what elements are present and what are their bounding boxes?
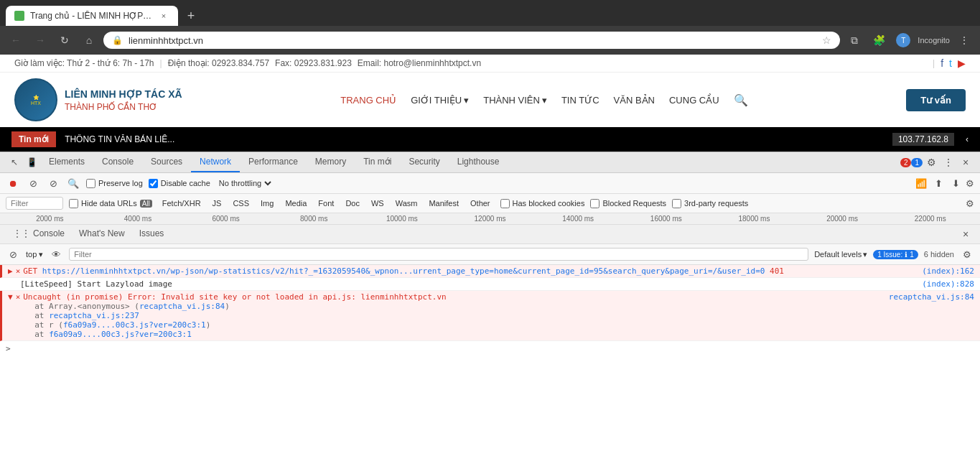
- filter-css[interactable]: CSS: [228, 198, 253, 209]
- social-youtube-icon[interactable]: ▶: [958, 57, 966, 69]
- clear-button[interactable]: ⊘: [26, 176, 40, 190]
- tab-console[interactable]: Console: [93, 152, 142, 172]
- error-link-1[interactable]: https://lienminhhtxtpct.vn/wp-json/wp-st…: [42, 266, 765, 276]
- nav-gioi-thieu[interactable]: GIỚI THIỆU ▾: [411, 92, 469, 108]
- has-blocked-cookies-label[interactable]: Has blocked cookies: [500, 199, 585, 208]
- tab-lighthouse[interactable]: Lighthouse: [449, 152, 508, 172]
- tab-security[interactable]: Security: [400, 152, 448, 172]
- active-tab[interactable]: Trang chủ - LIÊN MINH HỢP TÁ... ×: [6, 6, 178, 26]
- tab-close-icon[interactable]: ×: [158, 10, 169, 22]
- devtools-cursor-icon[interactable]: ↖: [6, 154, 23, 171]
- preserve-log-label[interactable]: Preserve log: [86, 179, 143, 188]
- context-selector[interactable]: top ▾: [26, 250, 43, 259]
- devtools-close-button[interactable]: ×: [957, 154, 974, 171]
- reload-button[interactable]: ↻: [55, 30, 75, 50]
- tab-elements[interactable]: Elements: [40, 152, 93, 172]
- forward-button[interactable]: →: [30, 30, 50, 50]
- error-location-1[interactable]: (index):162: [916, 266, 974, 276]
- console-tab-issues[interactable]: Issues: [132, 225, 172, 243]
- filter-img[interactable]: Img: [256, 198, 278, 209]
- error-expand-icon-1[interactable]: ▶: [8, 266, 13, 276]
- console-settings-button[interactable]: ⚙: [960, 247, 974, 261]
- tab-application[interactable]: Tin mới: [355, 152, 400, 172]
- extensions-button[interactable]: ⧉: [844, 30, 864, 50]
- console-tab-whatsnew[interactable]: What's New: [72, 225, 132, 243]
- stack-link-3[interactable]: f6a09a9....00c3.js?ver=200c3:1: [63, 320, 206, 330]
- nav-van-ban[interactable]: VĂN BẢN: [614, 92, 655, 108]
- new-tab-button[interactable]: +: [181, 6, 201, 26]
- devtools-settings-button[interactable]: ⚙: [923, 154, 940, 171]
- disable-cache-checkbox[interactable]: [149, 179, 158, 188]
- console-tab-messages[interactable]: ⋮⋮ Console: [6, 225, 72, 243]
- tab-network[interactable]: Network: [191, 152, 240, 172]
- third-party-label[interactable]: 3rd-party requests: [672, 199, 748, 208]
- filter-manifest[interactable]: Manifest: [424, 198, 463, 209]
- blocked-requests-label[interactable]: Blocked Requests: [590, 199, 666, 208]
- cta-button[interactable]: Tư vấn: [906, 89, 966, 111]
- issue-info-icon: ℹ: [905, 251, 907, 259]
- extensions2-button[interactable]: 🧩: [869, 30, 889, 50]
- filter-doc[interactable]: Doc: [341, 198, 364, 209]
- default-levels-selector[interactable]: Default levels ▾: [814, 250, 867, 259]
- issue-badge[interactable]: 1 Issue: ℹ 1: [873, 250, 918, 259]
- preserve-log-checkbox[interactable]: [86, 179, 95, 188]
- record-button[interactable]: ⏺: [6, 176, 20, 190]
- hide-data-urls-checkbox[interactable]: [69, 199, 78, 208]
- filter-font[interactable]: Font: [314, 198, 338, 209]
- network-settings-button[interactable]: ⚙: [966, 178, 974, 189]
- nav-trang-chu[interactable]: TRANG CHỦ: [340, 92, 396, 108]
- filter-other[interactable]: Other: [466, 198, 495, 209]
- browser-menu-button[interactable]: ⋮: [954, 30, 974, 50]
- devtools-more-button[interactable]: ⋮: [940, 154, 957, 171]
- blocked-requests-checkbox[interactable]: [590, 199, 599, 208]
- stack-link-2[interactable]: recaptcha_vi.js:237: [49, 311, 139, 320]
- nav-tin-tuc[interactable]: TIN TỨC: [561, 92, 599, 108]
- home-button[interactable]: ⌂: [79, 30, 99, 50]
- disable-cache-label[interactable]: Disable cache: [149, 179, 210, 188]
- back-button[interactable]: ←: [6, 30, 26, 50]
- hide-data-urls-text: Hide data URLs: [81, 199, 137, 208]
- nav-cung-cau[interactable]: CUNG CẦU: [669, 92, 719, 108]
- devtools-device-icon[interactable]: 📱: [23, 154, 40, 171]
- hide-data-urls-label[interactable]: Hide data URLs All: [69, 199, 152, 208]
- stack-link-4[interactable]: f6a09a9....00c3.js?ver=200c3:1: [49, 330, 192, 339]
- error-content-3: Uncaught (in promise) Error: Invalid sit…: [23, 292, 974, 339]
- info-location-2[interactable]: (index):828: [916, 279, 974, 289]
- show-console-sidebar-button[interactable]: 👁: [49, 247, 63, 261]
- nav-thanh-vien[interactable]: THÀNH VIÊN ▾: [483, 92, 547, 108]
- tab-performance[interactable]: Performance: [240, 152, 307, 172]
- console-prompt[interactable]: >: [0, 341, 980, 356]
- throttle-dropdown[interactable]: No throttling: [216, 178, 274, 188]
- star-icon[interactable]: ☆: [822, 34, 831, 46]
- profile-button[interactable]: T: [893, 30, 913, 50]
- filter-input[interactable]: [6, 197, 63, 210]
- filter-toggle-button[interactable]: ⊘: [46, 176, 60, 190]
- third-party-checkbox[interactable]: [672, 199, 681, 208]
- filter-js[interactable]: JS: [208, 198, 226, 209]
- throttle-select[interactable]: No throttling: [216, 178, 274, 188]
- search-icon[interactable]: 🔍: [734, 93, 748, 107]
- stack-link-1[interactable]: recaptcha_vi.js:84: [139, 302, 225, 311]
- ticker-arrow[interactable]: ‹: [966, 134, 969, 144]
- has-blocked-cookies-checkbox[interactable]: [500, 199, 510, 208]
- console-filter-input[interactable]: [69, 248, 808, 261]
- devtools-tab-bar: ↖ 📱 Elements Console Sources Network Per…: [0, 152, 980, 173]
- search-button[interactable]: 🔍: [66, 176, 80, 190]
- social-facebook-icon[interactable]: f: [941, 57, 943, 69]
- error-expand-icon-2[interactable]: ▼: [8, 292, 13, 302]
- filter-fetch-xhr[interactable]: Fetch/XHR: [158, 198, 205, 209]
- social-twitter-icon[interactable]: t: [949, 57, 952, 69]
- filter-wasm[interactable]: Wasm: [391, 198, 422, 209]
- tab-memory[interactable]: Memory: [307, 152, 355, 172]
- download-icon[interactable]: ⬇: [948, 176, 963, 190]
- console-clear-button[interactable]: ⊘: [6, 247, 20, 261]
- console-close-button[interactable]: ×: [957, 226, 974, 243]
- wifi-icon[interactable]: 📶: [914, 176, 928, 190]
- error-location-3[interactable]: recaptcha_vi.js:84: [883, 292, 974, 302]
- upload-icon[interactable]: ⬆: [931, 176, 946, 190]
- filter-media[interactable]: Media: [281, 198, 311, 209]
- filter-ws[interactable]: WS: [367, 198, 388, 209]
- address-bar[interactable]: 🔒 lienminhhtxtpct.vn ☆: [103, 32, 840, 49]
- filter-bar-settings[interactable]: ⚙: [966, 198, 974, 209]
- tab-sources[interactable]: Sources: [142, 152, 191, 172]
